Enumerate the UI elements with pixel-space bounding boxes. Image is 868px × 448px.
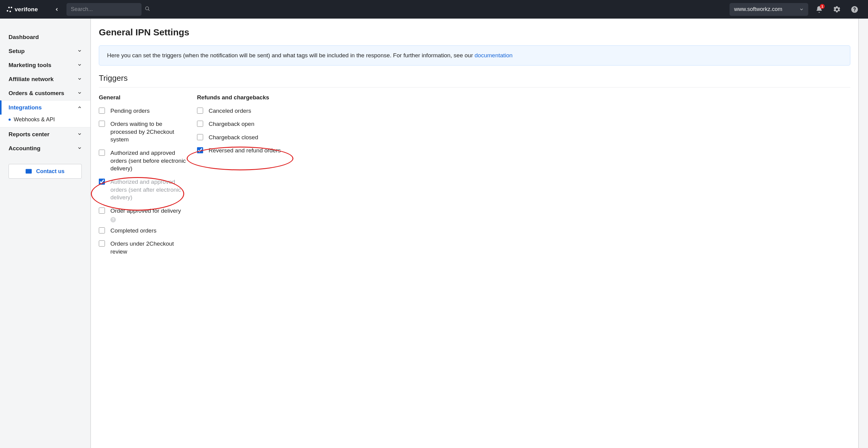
brand-text: verifone	[14, 6, 38, 13]
trigger-label[interactable]: Canceled orders	[209, 107, 251, 115]
svg-line-1	[149, 9, 150, 10]
trigger-label[interactable]: Authorized and approved orders (sent bef…	[111, 149, 188, 172]
trigger-label[interactable]: Completed orders	[111, 227, 156, 235]
domain-selected-value: www.softworkz.com	[734, 6, 782, 12]
trigger-checkbox-pending-orders[interactable]	[99, 108, 105, 114]
documentation-link[interactable]: documentation	[474, 52, 513, 59]
trigger-label[interactable]: Authorized and approved orders (sent aft…	[111, 178, 188, 201]
search-icon	[145, 6, 150, 13]
trigger-checkbox-chargeback-open[interactable]	[197, 121, 203, 127]
info-text: Here you can set the triggers (when the …	[107, 52, 474, 59]
back-button[interactable]	[51, 4, 62, 15]
sidebar-item-affiliate-network[interactable]: Affiliate network	[0, 72, 90, 86]
domain-select[interactable]: www.softworkz.com	[730, 3, 808, 16]
sidebar-item-accounting[interactable]: Accounting	[0, 141, 90, 156]
trigger-row: Completed orders	[99, 227, 188, 235]
sidebar-item-label: Accounting	[8, 145, 40, 152]
sidebar-item-orders-customers[interactable]: Orders & customers	[0, 86, 90, 100]
column-general-heading: General	[99, 94, 188, 101]
chevron-down-icon	[78, 90, 82, 97]
trigger-row: Chargeback open	[197, 120, 286, 128]
help-icon	[850, 5, 859, 13]
trigger-checkbox-canceled-orders[interactable]	[197, 108, 203, 114]
trigger-label[interactable]: Pending orders	[111, 107, 150, 115]
chevron-down-icon	[799, 7, 804, 11]
column-refunds: Refunds and chargebacks Canceled orders …	[197, 94, 286, 261]
contact-us-label: Contact us	[36, 168, 64, 175]
sidebar-item-dashboard[interactable]: Dashboard	[0, 30, 90, 44]
chevron-down-icon	[78, 131, 82, 138]
trigger-label[interactable]: Chargeback open	[209, 120, 254, 128]
chevron-down-icon	[78, 62, 82, 69]
trigger-checkbox-approved-before-delivery[interactable]	[99, 150, 105, 156]
trigger-row: Chargeback closed	[197, 134, 286, 141]
chevron-down-icon	[78, 145, 82, 152]
search-input[interactable]	[71, 6, 142, 12]
trigger-columns: General Pending orders Orders waiting to…	[99, 94, 850, 261]
trigger-checkbox-approved-after-delivery[interactable]	[99, 179, 105, 185]
gear-icon	[833, 5, 841, 13]
mail-icon	[26, 169, 32, 174]
sidebar-item-setup[interactable]: Setup	[0, 44, 90, 58]
trigger-row: Orders under 2Checkout review	[99, 240, 188, 255]
search-box[interactable]	[66, 3, 142, 16]
topbar: verifone www.softworkz.com 1	[0, 0, 868, 19]
notifications-badge: 1	[820, 4, 825, 9]
sidebar-item-reports-center[interactable]: Reports center	[0, 127, 90, 141]
section-divider	[99, 87, 850, 88]
trigger-label[interactable]: Orders under 2Checkout review	[111, 240, 188, 255]
sidebar-sub-label: Webhooks & API	[14, 116, 55, 123]
trigger-label[interactable]: Reversed and refund orders	[209, 147, 281, 154]
trigger-row: Authorized and approved orders (sent bef…	[99, 149, 188, 172]
chevron-up-icon	[78, 104, 82, 111]
chevron-down-icon	[78, 76, 82, 82]
trigger-row: Order approved for delivery	[99, 207, 188, 215]
trigger-label[interactable]: Orders waiting to be processed by 2Check…	[111, 120, 188, 143]
trigger-row: Orders waiting to be processed by 2Check…	[99, 120, 188, 143]
column-general: General Pending orders Orders waiting to…	[99, 94, 188, 261]
sidebar-item-label: Marketing tools	[8, 62, 51, 69]
trigger-row: Reversed and refund orders	[197, 147, 286, 154]
active-dot-icon	[8, 118, 11, 121]
settings-button[interactable]	[830, 3, 844, 16]
trigger-row: Authorized and approved orders (sent aft…	[99, 178, 188, 201]
notifications-button[interactable]: 1	[812, 3, 826, 16]
trigger-label[interactable]: Order approved for delivery	[111, 207, 181, 215]
column-refunds-heading: Refunds and chargebacks	[197, 94, 286, 101]
trigger-row: Canceled orders	[197, 107, 286, 115]
info-box: Here you can set the triggers (when the …	[99, 45, 850, 66]
chevron-down-icon	[78, 48, 82, 55]
brand-logo[interactable]: verifone	[7, 6, 38, 13]
trigger-checkbox-completed-orders[interactable]	[99, 227, 105, 234]
chevron-left-icon	[55, 6, 59, 12]
trigger-checkbox-orders-under-review[interactable]	[99, 240, 105, 247]
brand-mark-icon	[7, 7, 12, 12]
trigger-checkbox-chargeback-closed[interactable]	[197, 134, 203, 140]
sidebar-item-label: Dashboard	[8, 34, 39, 40]
main-content: General IPN Settings Here you can set th…	[91, 19, 859, 448]
sidebar-item-label: Integrations	[8, 104, 42, 111]
trigger-checkbox-reversed-refund-orders[interactable]	[197, 147, 203, 153]
sidebar-sub-webhooks-api[interactable]: Webhooks & API	[0, 114, 90, 127]
sidebar-item-label: Reports center	[8, 131, 50, 138]
trigger-row: Pending orders	[99, 107, 188, 115]
contact-us-button[interactable]: Contact us	[8, 164, 82, 179]
sidebar-item-label: Setup	[8, 48, 25, 55]
sidebar-item-integrations[interactable]: Integrations	[0, 100, 90, 114]
sidebar-item-label: Affiliate network	[8, 76, 54, 82]
help-tooltip-icon[interactable]: ?	[111, 217, 116, 222]
trigger-checkbox-approved-for-delivery[interactable]	[99, 208, 105, 214]
page-title: General IPN Settings	[99, 27, 850, 37]
sidebar: Dashboard Setup Marketing tools Affiliat…	[0, 19, 91, 448]
sidebar-item-label: Orders & customers	[8, 90, 64, 97]
help-button[interactable]	[848, 3, 861, 16]
trigger-checkbox-orders-waiting[interactable]	[99, 121, 105, 127]
trigger-label[interactable]: Chargeback closed	[209, 134, 258, 141]
triggers-heading: Triggers	[99, 73, 850, 83]
sidebar-item-marketing-tools[interactable]: Marketing tools	[0, 58, 90, 72]
